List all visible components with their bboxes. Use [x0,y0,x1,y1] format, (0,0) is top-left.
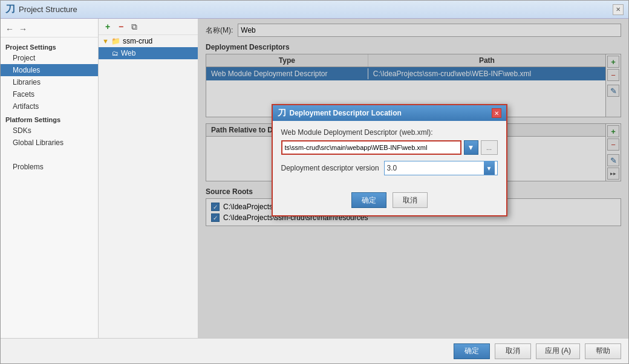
main-content: ← → Project Settings Project Modules Lib… [1,19,628,338]
deployment-descriptors-title: Deployment Descriptors [206,43,621,51]
sidebar-item-sdks[interactable]: SDKs [1,125,98,137]
path-header: Path [368,54,605,67]
remove-descriptor-button[interactable]: − [607,69,619,81]
modal-version-select[interactable]: 3.0 ▼ [384,161,498,175]
tree-root-label: ssm-crud [123,37,152,45]
title-bar-left: 刀 Project Structure [5,3,77,16]
window-title: Project Structure [19,5,77,14]
remove-path-button[interactable]: − [607,138,619,151]
table-row[interactable]: Web Module Deployment Descriptor C:\Idea… [206,67,605,80]
bottom-bar: 确定 取消 应用 (A) 帮助 [1,338,628,363]
apply-button[interactable]: 应用 (A) [536,343,580,359]
dropdown-arrow-icon: ▼ [468,143,475,152]
modal-version-value: 3.0 [387,164,397,172]
sidebar-item-project[interactable]: Project [1,52,98,64]
name-label: 名称(M): [206,25,233,36]
source-checkbox-0[interactable]: ✓ [211,203,220,211]
confirm-button[interactable]: 确定 [454,343,490,359]
more-path-button[interactable]: ▸▸ [607,167,619,180]
table-side-buttons: + − ✎ [606,54,621,117]
tree-root-item[interactable]: ▼ 📁 ssm-crud [99,35,198,47]
help-button[interactable]: 帮助 [585,343,621,359]
browse-ellipsis: ... [486,144,492,151]
name-input[interactable] [238,24,621,37]
type-header: Type [206,54,368,67]
tree-remove-button[interactable]: − [116,21,126,32]
edit-descriptor-button[interactable]: ✎ [607,85,619,97]
modal-descriptor-input[interactable] [281,140,461,155]
check-icon-0: ✓ [213,204,218,210]
table-header: Type Path [206,54,605,67]
path-relative-buttons: + − ✎ ▸▸ [606,123,621,181]
modal-version-label: Deployment descriptor version [281,164,379,172]
modal-title: Deployment Descriptor Location [290,109,402,117]
modal-cancel-button[interactable]: 取消 [393,192,428,208]
right-panel: + − ⧉ ▼ 📁 ssm-crud 🗂 Web 名称(M): [99,19,628,338]
deployment-descriptor-modal: 刀 Deployment Descriptor Location ✕ Web M… [272,104,507,216]
app-icon: 刀 [5,3,15,16]
nav-forward-button[interactable]: → [18,24,28,34]
config-panel: 名称(M): Deployment Descriptors Type Path … [198,19,628,338]
tree-toolbar: + − ⧉ [99,19,198,35]
sidebar-item-modules[interactable]: Modules [1,64,98,76]
sidebar-item-libraries[interactable]: Libraries [1,76,98,88]
tree-arrow-icon: ▼ [102,37,109,45]
sidebar-item-facets[interactable]: Facets [1,88,98,100]
tree-child-item[interactable]: 🗂 Web [99,47,198,59]
modal-dropdown-button[interactable]: ▼ [464,140,478,155]
title-bar: 刀 Project Structure ✕ [1,1,628,19]
tree-copy-button[interactable]: ⧉ [129,21,140,32]
project-settings-label: Project Settings [1,40,98,52]
version-dropdown-arrow: ▼ [484,161,495,175]
sidebar-toolbar: ← → [1,21,98,37]
modal-confirm-button[interactable]: 确定 [351,192,386,208]
modal-footer: 确定 取消 [273,192,506,215]
nav-back-button[interactable]: ← [4,24,15,34]
folder-icon: 📁 [111,37,120,45]
source-checkbox-1[interactable]: ✓ [211,213,220,222]
modal-input-row: ▼ ... [281,140,498,155]
modal-version-row: Deployment descriptor version 3.0 ▼ [281,161,498,175]
modal-icon: 刀 [278,108,286,119]
modal-close-button[interactable]: ✕ [492,108,501,118]
sidebar-item-artifacts[interactable]: Artifacts [1,100,98,112]
type-cell: Web Module Deployment Descriptor [206,68,368,79]
close-button[interactable]: ✕ [613,4,624,15]
edit-path-button[interactable]: ✎ [607,154,619,166]
modal-title-bar: 刀 Deployment Descriptor Location ✕ [273,105,506,121]
module-icon: 🗂 [112,50,119,57]
platform-settings-label: Platform Settings [1,112,98,125]
cancel-button[interactable]: 取消 [495,343,531,359]
tree-add-button[interactable]: + [102,21,113,32]
main-window: 刀 Project Structure ✕ ← → Project Settin… [0,0,629,364]
path-cell: C:\IdeaProjects\ssm-crud\web\WEB-INF\web… [368,68,605,79]
sidebar: ← → Project Settings Project Modules Lib… [1,19,99,338]
add-path-button[interactable]: + [607,125,619,137]
sidebar-item-problems[interactable]: Problems [1,161,98,173]
modal-browse-button[interactable]: ... [481,140,498,155]
sidebar-item-global-libraries[interactable]: Global Libraries [1,137,98,149]
modal-descriptor-label: Web Module Deployment Descriptor (web.xm… [281,128,498,137]
check-icon-1: ✓ [213,215,218,221]
tree-panel: + − ⧉ ▼ 📁 ssm-crud 🗂 Web [99,19,198,338]
name-row: 名称(M): [206,24,621,37]
modal-body: Web Module Deployment Descriptor (web.xm… [273,121,506,192]
tree-child-label: Web [121,49,135,57]
add-descriptor-button[interactable]: + [607,56,619,68]
